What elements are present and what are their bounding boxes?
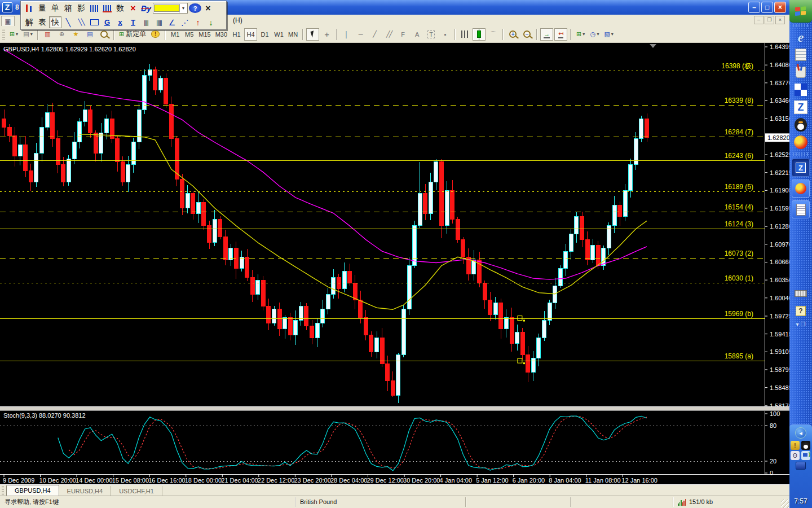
chart-tab-gbpusd-h4[interactable]: GBPUSD,H4	[6, 485, 59, 496]
color-swatch-dropdown[interactable]: ▾	[153, 3, 188, 14]
qq-icon[interactable]	[793, 117, 808, 132]
fan-button[interactable]: ⋰	[179, 16, 191, 28]
pitchfork-button[interactable]: ∠	[166, 16, 178, 28]
network-icon[interactable]	[801, 451, 810, 460]
candle	[143, 69, 147, 114]
keyboard-tray-icon[interactable]	[793, 286, 808, 301]
label-button[interactable]: T	[425, 28, 438, 41]
timeframe-h4[interactable]: H4	[244, 28, 257, 41]
help-tray-icon[interactable]: ?	[793, 304, 808, 318]
shadow-button[interactable]: 影	[75, 2, 87, 14]
zoom-in-button[interactable]: +	[506, 28, 519, 41]
help-button[interactable]: ?	[189, 3, 201, 13]
trendline-tool-button[interactable]: ╲	[62, 16, 74, 28]
delete-cross-button[interactable]: ×	[127, 2, 139, 14]
biao-button[interactable]: 表	[36, 16, 48, 28]
bar-chart-button[interactable]	[458, 28, 471, 41]
z-app-icon[interactable]: Z	[793, 100, 808, 115]
vlines-4-button[interactable]: ||||	[140, 16, 152, 28]
start-button[interactable]	[789, 0, 812, 23]
periods-button[interactable]: ◷▾	[588, 28, 601, 41]
arrow-up-button[interactable]: ↑	[192, 16, 204, 28]
jie-button[interactable]: 解	[23, 16, 36, 28]
taskbar-clock[interactable]: 7:57	[789, 497, 812, 505]
dy-button[interactable]: Dy	[140, 2, 152, 14]
fibo-tool-button[interactable]: x	[114, 16, 126, 28]
histogram-b-button[interactable]	[101, 2, 113, 14]
close-button[interactable]: ×	[774, 2, 786, 13]
minimize-button[interactable]: –	[748, 2, 760, 13]
rectangle-tool-button[interactable]	[88, 16, 100, 28]
window-arrows-icon[interactable]: ▾ ❐	[789, 321, 812, 327]
chart-shift-button[interactable]: ↤	[554, 28, 567, 41]
text-button[interactable]: A	[411, 28, 423, 41]
diagnostic-icon[interactable]: ʘ	[791, 451, 800, 460]
box-button[interactable]: 箱	[62, 2, 74, 14]
flame-app-icon[interactable]	[793, 135, 808, 150]
price-chart[interactable]: 16398 (极)16339 (8)16284 (7)16243 (6)1618…	[0, 43, 789, 484]
floating-tool-panel[interactable]: 量单箱影数×Dy▾?× 解表快╲╲╲GxT|||||||||∠⋰↑↓	[20, 1, 227, 30]
auto-scroll-button[interactable]: →	[540, 28, 553, 41]
panel-close-button[interactable]: ×	[202, 2, 214, 14]
timeframe-w1[interactable]: W1	[272, 28, 285, 41]
chevron-down-icon[interactable]: ▾	[179, 4, 187, 12]
zoom-out-button[interactable]: −	[520, 28, 533, 41]
taskbar-window-document[interactable]	[792, 200, 810, 218]
chevron-down-icon[interactable]: ▾	[597, 32, 599, 37]
tabs-grip[interactable]	[2, 486, 4, 495]
templates-button[interactable]: ▧▾	[602, 28, 615, 41]
line-chart-button[interactable]: ⌒	[487, 28, 500, 41]
timeframe-d1[interactable]: D1	[258, 28, 271, 41]
help-menu-fragment[interactable]: (H)	[233, 16, 242, 24]
toolbar-grip[interactable]	[2, 29, 5, 40]
chevron-down-icon[interactable]: ▾	[30, 32, 33, 37]
chevron-down-icon[interactable]: ▾	[16, 32, 18, 37]
trendline-button[interactable]: ╱	[368, 28, 381, 41]
journal-icon[interactable]	[793, 47, 808, 62]
timeframe-mn[interactable]: MN	[286, 28, 299, 41]
arrows-button[interactable]: ▪	[439, 28, 452, 41]
indicators-button[interactable]: ⊞▾	[574, 28, 587, 41]
gann-tool-button[interactable]: G	[101, 16, 113, 28]
chevron-down-icon[interactable]: ▾	[611, 32, 614, 37]
histogram-a-button[interactable]	[88, 2, 100, 14]
candle-chart-button[interactable]	[473, 28, 486, 41]
resize-grip[interactable]	[781, 500, 789, 508]
crosshair-button[interactable]: +	[320, 28, 333, 41]
chevron-down-icon[interactable]: ▾	[582, 32, 585, 37]
maximize-button[interactable]: □	[761, 2, 773, 13]
channel-button[interactable]: ╱╱	[382, 28, 395, 41]
chart-tab-eurusd-h4[interactable]: EURUSD,H4	[59, 486, 112, 496]
cursor-button[interactable]	[306, 28, 319, 41]
docked-toolbar-icon[interactable]: ▣	[1, 16, 15, 27]
tray-collapse-button[interactable]: ◂	[795, 427, 806, 439]
arrow-down-button[interactable]: ↓	[205, 16, 217, 28]
qq-tray-icon[interactable]	[801, 441, 810, 450]
fibonacci-button[interactable]: F	[396, 28, 409, 41]
security-shield-icon[interactable]: !	[791, 441, 800, 450]
kuai-button[interactable]: 快	[49, 16, 61, 28]
taskbar-window-flame[interactable]	[792, 179, 810, 198]
internet-explorer-icon[interactable]: e	[793, 30, 808, 45]
checker-app-icon[interactable]	[793, 82, 808, 97]
child-restore-button[interactable]: ❐	[765, 16, 774, 24]
order-button[interactable]: 单	[49, 2, 61, 14]
address-book-icon[interactable]	[796, 462, 806, 470]
timeframe-h1[interactable]: H1	[230, 28, 243, 41]
volume-button[interactable]: 量	[36, 2, 48, 14]
vlines-5-button[interactable]: |||||	[153, 16, 165, 28]
new-chart-button[interactable]: ⊞▾	[7, 28, 20, 41]
child-minimize-button[interactable]: –	[754, 16, 764, 24]
chart-tab-usdchf-h1[interactable]: USDCHF,H1	[111, 486, 162, 496]
parallel-lines-button[interactable]: ╲╲	[75, 16, 87, 28]
pane-separator[interactable]	[0, 406, 789, 411]
chart-area[interactable]: 16398 (极)16339 (8)16284 (7)16243 (6)1618…	[0, 43, 789, 484]
number-button[interactable]: 数	[114, 2, 126, 14]
candle-style-button[interactable]	[23, 2, 36, 14]
vertical-line-button[interactable]: │	[340, 28, 353, 41]
horizontal-line-button[interactable]: ─	[354, 28, 367, 41]
child-close-button[interactable]: ×	[775, 16, 785, 24]
taskbar-window-mt4[interactable]: Z	[792, 159, 810, 177]
paint-pens-icon[interactable]	[793, 65, 808, 80]
text-lines-button[interactable]: T	[127, 16, 139, 28]
